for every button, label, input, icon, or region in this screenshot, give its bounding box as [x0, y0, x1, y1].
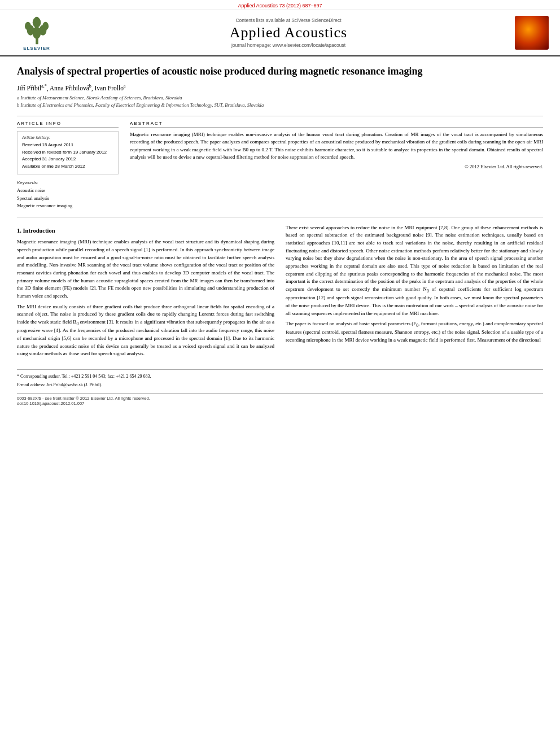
top-bar: Applied Acoustics 73 (2012) 687–697 — [0, 0, 560, 10]
abstract-text: Magnetic resonance imaging (MRI) techniq… — [130, 131, 543, 161]
footer-section: * Corresponding author. Tel.: +421 2 591… — [17, 369, 543, 388]
doi-line: doi:10.1016/j.apacoust.2012.01.007 — [17, 401, 543, 406]
authors-line: Jiří Přibila,*, Anna Přibilováb, Ivan Fr… — [17, 84, 543, 91]
footer-bottom: 0003-682X/$ - see front matter © 2012 El… — [17, 393, 543, 406]
section1-heading: 1. Introduction — [17, 226, 274, 235]
journal-center: Contents lists available at SciVerse Sci… — [62, 18, 515, 48]
elsevier-brand-text: ELSEVIER — [23, 46, 50, 51]
affiliation-b: b Institute of Electronics and Photonics… — [17, 102, 543, 109]
header-divider — [17, 116, 543, 116]
intro-p2: The MRI device usually consists of three… — [17, 303, 274, 358]
corresponding-author-note: * Corresponding author. Tel.: +421 2 591… — [17, 373, 543, 380]
revised-date: Received in revised form 19 January 2012 — [22, 149, 113, 156]
svg-rect-8 — [35, 21, 38, 25]
body-col-right: There exist several approaches to reduce… — [286, 224, 543, 361]
author-pribil-sup: a,* — [41, 84, 47, 89]
journal-title: Applied Acoustics — [62, 24, 515, 41]
article-info-column: ARTICLE INFO Article history: Received 1… — [17, 121, 119, 210]
svg-point-4 — [24, 22, 30, 30]
history-label: Article history: — [22, 135, 113, 140]
keywords-label: Keywords: — [17, 180, 119, 185]
elsevier-tree-icon — [21, 15, 53, 46]
keyword-1: Acoustic noise — [17, 187, 119, 195]
homepage-line: journal homepage: www.elsevier.com/locat… — [62, 42, 515, 48]
body-col-left: 1. Introduction Magnetic resonance imagi… — [17, 224, 274, 361]
keywords-box: Keywords: Acoustic noise Spectral analys… — [17, 180, 119, 210]
abstract-copyright: © 2012 Elsevier Ltd. All rights reserved… — [130, 164, 543, 169]
affiliation-a: a Institute of Measurement Science, Slov… — [17, 94, 543, 102]
copyright-notice: 0003-682X/$ - see front matter © 2012 El… — [17, 396, 543, 401]
intro-p3: There exist several approaches to reduce… — [286, 224, 543, 318]
article-dates: Received 15 August 2011 Received in revi… — [22, 142, 113, 171]
journal-header: ELSEVIER Contents lists available at Sci… — [0, 10, 560, 56]
email-text: E-mail address: Jiri.Pribil@savba.sk (J.… — [17, 382, 102, 387]
keyword-3: Magnetic resonance imaging — [17, 202, 119, 210]
article-title: Analysis of spectral properties of acous… — [17, 65, 543, 78]
article-info-label: ARTICLE INFO — [17, 121, 119, 128]
body-divider — [17, 217, 543, 217]
author-pribil: Jiří Přibil — [17, 85, 41, 91]
abstract-label: ABSTRACT — [130, 121, 543, 128]
accepted-date: Accepted 31 January 2012 — [22, 156, 113, 163]
available-date: Available online 28 March 2012 — [22, 163, 113, 171]
journal-thumbnail — [515, 16, 549, 50]
author-frollo-sup: a — [124, 84, 126, 89]
svg-point-5 — [42, 22, 49, 30]
keyword-2: Spectral analysis — [17, 195, 119, 203]
keywords-list: Acoustic noise Spectral analysis Magneti… — [17, 187, 119, 210]
email-note: E-mail address: Jiri.Pribil@savba.sk (J.… — [17, 382, 543, 388]
body-two-col: 1. Introduction Magnetic resonance imagi… — [17, 224, 543, 361]
corresponding-text: * Corresponding author. Tel.: +421 2 591… — [17, 374, 151, 379]
journal-reference: Applied Acoustics 73 (2012) 687–697 — [238, 3, 322, 8]
affiliations: a Institute of Measurement Science, Slov… — [17, 94, 543, 109]
author-separator2: , Ivan Frollo — [91, 85, 124, 91]
article-info-abstract-row: ARTICLE INFO Article history: Received 1… — [17, 121, 543, 210]
elsevier-logo: ELSEVIER — [11, 15, 62, 51]
author-separator1: , Anna Přibilová — [47, 85, 89, 91]
intro-p4: The paper is focused on analysis of basi… — [286, 320, 543, 344]
abstract-column: ABSTRACT Magnetic resonance imaging (MRI… — [130, 121, 543, 210]
article-history-box: Article history: Received 15 August 2011… — [17, 131, 119, 174]
main-content: Analysis of spectral properties of acous… — [0, 56, 560, 414]
received-date: Received 15 August 2011 — [22, 142, 113, 149]
sciverse-line: Contents lists available at SciVerse Sci… — [62, 18, 515, 23]
intro-p1: Magnetic resonance imaging (MRI) techniq… — [17, 238, 274, 300]
svg-point-7 — [34, 17, 38, 21]
